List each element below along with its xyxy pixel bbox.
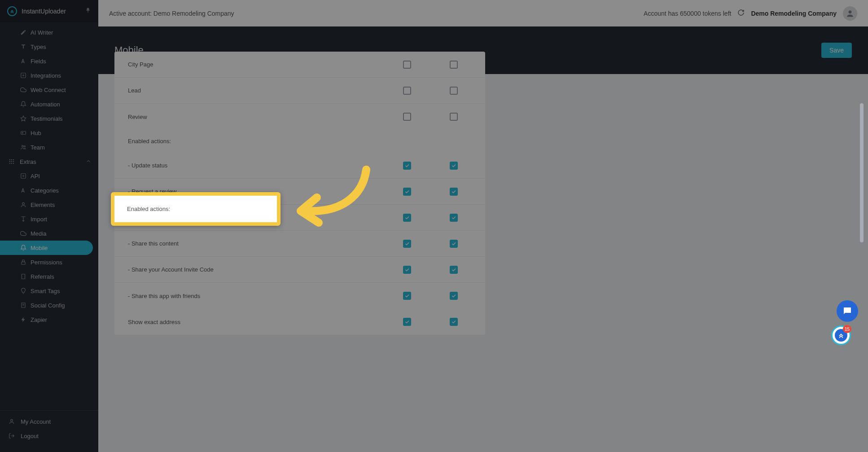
active-account-label: Active account: Demo Remodeling Company — [109, 10, 234, 17]
tour-highlight: Enabled actions: — [111, 192, 281, 226]
sidebar-item-media[interactable]: Media — [0, 226, 98, 241]
svg-point-6 — [11, 159, 12, 160]
checkbox-checked-icon[interactable] — [403, 266, 411, 274]
company-name[interactable]: Demo Remodeling Company — [751, 10, 837, 17]
content-area: City Page Lead Review Enabled actions: U… — [98, 52, 868, 452]
notification-badge: 15 — [843, 325, 851, 333]
bell-icon — [20, 101, 27, 107]
sidebar-item-referrals[interactable]: Referrals — [0, 269, 98, 284]
checkbox-checked-icon[interactable] — [403, 214, 411, 222]
row-check-1 — [384, 292, 430, 300]
scrollbar-thumb[interactable] — [860, 103, 864, 242]
checkbox-empty-icon[interactable] — [450, 61, 458, 69]
row-check-2 — [430, 162, 477, 170]
svg-point-7 — [13, 159, 14, 160]
sidebar-item-hub[interactable]: Hub — [0, 126, 98, 140]
row-label: Show exact address — [123, 319, 384, 325]
sidebar-item-api[interactable]: API — [0, 169, 98, 183]
svg-point-19 — [11, 419, 13, 421]
svg-point-4 — [24, 146, 25, 147]
sidebar-item-import[interactable]: Import — [0, 212, 98, 226]
svg-point-8 — [9, 161, 10, 162]
sidebar-item-testimonials[interactable]: Testimonials — [0, 111, 98, 126]
person-icon — [20, 202, 27, 208]
row-check-1 — [384, 113, 430, 121]
checkbox-checked-icon[interactable] — [450, 240, 458, 248]
sidebar-item-types[interactable]: Types — [0, 39, 98, 54]
checkbox-checked-icon[interactable] — [403, 292, 411, 300]
checkbox-checked-icon[interactable] — [450, 214, 458, 222]
checkbox-checked-icon[interactable] — [450, 162, 458, 170]
row-label: Share this app with friends — [123, 293, 384, 299]
sidebar-item-team[interactable]: Team — [0, 140, 98, 154]
checkbox-checked-icon[interactable] — [450, 266, 458, 274]
highlight-label: Enabled actions: — [127, 206, 170, 212]
text-type-icon — [20, 44, 27, 50]
pin-icon[interactable] — [85, 7, 91, 15]
sidebar-item-my-account[interactable]: My Account — [0, 414, 98, 429]
people-icon — [20, 144, 27, 150]
row-check-2 — [430, 240, 477, 248]
sidebar-item-integrations[interactable]: Integrations — [0, 68, 98, 83]
sidebar-item-ai-writer[interactable]: AI Writer — [0, 25, 98, 39]
checkbox-empty-icon[interactable] — [403, 113, 411, 121]
scrollbar[interactable] — [860, 77, 864, 355]
bolt-icon — [20, 316, 27, 323]
row-check-2 — [430, 113, 477, 121]
section-enabled-actions: Enabled actions: — [114, 130, 485, 153]
pencil-icon — [20, 29, 27, 35]
page-icon — [20, 302, 27, 308]
row-label: Lead — [123, 87, 384, 94]
svg-point-9 — [11, 161, 12, 162]
table-row: Lead — [114, 78, 485, 104]
checkbox-empty-icon[interactable] — [450, 113, 458, 121]
row-check-1 — [384, 188, 430, 196]
checkbox-checked-icon[interactable] — [450, 318, 458, 326]
svg-rect-17 — [22, 274, 25, 279]
checkbox-checked-icon[interactable] — [403, 318, 411, 326]
brand-name: InstantUploader — [22, 8, 80, 15]
sidebar-item-social-config[interactable]: Social Config — [0, 298, 98, 312]
checkbox-checked-icon[interactable] — [403, 162, 411, 170]
checkbox-checked-icon[interactable] — [403, 240, 411, 248]
sidebar-item-mobile[interactable]: Mobile — [0, 241, 93, 255]
row-check-2 — [430, 214, 477, 222]
sidebar-item-logout[interactable]: Logout — [0, 429, 98, 443]
sidebar-item-smart-tags[interactable]: Smart Tags — [0, 284, 98, 298]
row-check-1 — [384, 214, 430, 222]
sidebar-item-automation[interactable]: Automation — [0, 97, 98, 111]
checkbox-checked-icon[interactable] — [450, 292, 458, 300]
svg-point-12 — [11, 163, 12, 164]
avatar[interactable] — [843, 6, 857, 21]
font-icon — [20, 58, 27, 64]
row-check-1 — [384, 318, 430, 326]
sidebar-item-web-connect[interactable]: Web Connect — [0, 83, 98, 97]
checkbox-checked-icon[interactable] — [450, 188, 458, 196]
checkbox-empty-icon[interactable] — [403, 61, 411, 69]
checkbox-empty-icon[interactable] — [403, 87, 411, 95]
svg-point-3 — [22, 145, 24, 147]
row-check-1 — [384, 61, 430, 69]
svg-point-15 — [22, 202, 25, 205]
help-floating-button[interactable]: 15 — [831, 325, 851, 345]
sidebar-item-elements[interactable]: Elements — [0, 197, 98, 212]
sidebar-nav: AI WriterTypesFieldsIntegrationsWeb Conn… — [0, 22, 98, 410]
cloud-icon — [20, 87, 27, 93]
plus-square-icon — [20, 173, 27, 179]
bulb-icon — [20, 288, 27, 294]
sidebar-item-permissions[interactable]: Permissions — [0, 255, 98, 269]
checkbox-empty-icon[interactable] — [450, 87, 458, 95]
checkbox-checked-icon[interactable] — [403, 188, 411, 196]
chat-button[interactable] — [837, 300, 858, 322]
brand-logo-icon — [7, 6, 17, 16]
row-check-1 — [384, 87, 430, 95]
sidebar-item-fields[interactable]: Fields — [0, 54, 98, 68]
sidebar-group-extras[interactable]: Extras — [0, 154, 98, 169]
refresh-icon[interactable] — [737, 9, 745, 18]
topbar: Active account: Demo Remodeling Company … — [98, 0, 868, 26]
sidebar-item-categories[interactable]: Categories — [0, 183, 98, 197]
sidebar-item-label: My Account — [21, 418, 51, 425]
cloud-icon — [20, 230, 27, 237]
table-row: Share this app with friends — [114, 283, 485, 309]
sidebar-item-zapier[interactable]: Zapier — [0, 312, 98, 327]
